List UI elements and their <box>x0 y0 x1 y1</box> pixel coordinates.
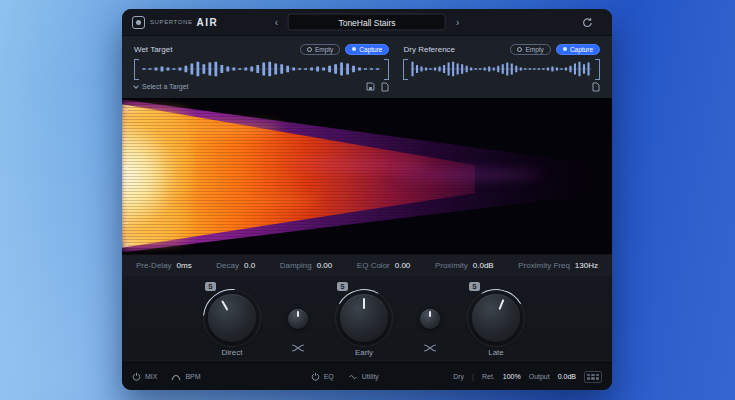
dry-reference-title: Dry Reference <box>403 45 455 54</box>
refresh-icon[interactable] <box>582 17 593 28</box>
select-target-dropdown[interactable]: Select a Target <box>134 83 189 90</box>
param-value[interactable]: 0.00 <box>395 261 411 270</box>
late-knob-unit: S Late <box>461 282 531 357</box>
product-name: AIR <box>197 17 219 28</box>
spectrogram-texture <box>122 98 612 254</box>
dry-toggle[interactable]: Dry <box>453 373 464 380</box>
plugin-window: SUPERTONE AIR ‹ ToneHall Stairs › Wet Ta… <box>122 9 612 390</box>
power-icon <box>311 372 320 381</box>
param-value[interactable]: 0.0 <box>244 261 255 270</box>
direct-knob[interactable] <box>208 294 256 342</box>
power-icon <box>132 372 141 381</box>
brand-logo-icon <box>132 16 145 29</box>
direct-knob-label: Direct <box>222 348 243 357</box>
divider: | <box>472 373 474 380</box>
dry-reference-section: Dry Reference Empty Capture <box>403 43 600 94</box>
wave-icon <box>348 373 358 381</box>
late-solo-button[interactable]: S <box>469 282 480 291</box>
early-knob[interactable] <box>340 294 388 342</box>
eq-button[interactable]: EQ <box>311 372 334 381</box>
wet-capture-button[interactable]: Capture <box>345 44 389 55</box>
param-value[interactable]: 0.00 <box>317 261 333 270</box>
late-knob-label: Late <box>488 348 504 357</box>
output-label: Output <box>529 373 550 380</box>
param-value[interactable]: 0.0dB <box>473 261 494 270</box>
early-late-crossfade-knob[interactable] <box>420 309 440 329</box>
footer-bar: MIX BPM EQ Utility Dry | Ret. <box>122 362 612 390</box>
early-knob-label: Early <box>355 348 373 357</box>
frequency-axis-ticks <box>124 98 130 254</box>
direct-early-crossfade-knob[interactable] <box>288 309 308 329</box>
empty-icon <box>307 47 312 52</box>
return-label: Ret. <box>482 373 495 380</box>
param-proximity-freq: Proximity Freq130Hz <box>518 261 598 270</box>
capture-row: Wet Target Empty Capture Select a Target <box>122 36 612 98</box>
param-damping: Damping0.00 <box>280 261 333 270</box>
preset-prev-button[interactable]: ‹ <box>275 17 278 27</box>
param-value[interactable]: 130Hz <box>575 261 598 270</box>
param-decay: Decay0.0 <box>216 261 255 270</box>
dry-capture-button[interactable]: Capture <box>556 44 600 55</box>
early-late-crossfade-unit <box>415 282 445 356</box>
bracket-left-icon <box>134 59 139 80</box>
param-proximity: Proximity0.0dB <box>435 261 494 270</box>
late-knob[interactable] <box>472 294 520 342</box>
desktop-background: SUPERTONE AIR ‹ ToneHall Stairs › Wet Ta… <box>0 0 735 400</box>
file-icon[interactable] <box>381 82 389 92</box>
early-knob-unit: S Early <box>329 282 399 357</box>
utility-button[interactable]: Utility <box>348 372 379 381</box>
wet-target-title: Wet Target <box>134 45 172 54</box>
param-predelay: Pre-Delay0ms <box>136 261 192 270</box>
wet-empty-button[interactable]: Empty <box>300 44 340 55</box>
record-dot-icon <box>352 47 356 51</box>
curve-icon <box>171 373 181 381</box>
return-value[interactable]: 100% <box>503 373 521 380</box>
early-solo-button[interactable]: S <box>337 282 348 291</box>
bpm-button[interactable]: BPM <box>171 373 200 381</box>
bracket-left-icon <box>403 59 408 80</box>
routing-grid-icon[interactable] <box>584 371 602 383</box>
param-value[interactable]: 0ms <box>177 261 192 270</box>
dry-empty-button[interactable]: Empty <box>510 44 550 55</box>
dry-waveform <box>411 61 592 77</box>
output-value[interactable]: 0.0dB <box>558 373 576 380</box>
bracket-right-icon <box>384 59 389 80</box>
mixer-panel: S Direct S Early <box>122 276 612 362</box>
crossfade-icon <box>423 338 437 356</box>
direct-solo-button[interactable]: S <box>205 282 216 291</box>
wet-target-section: Wet Target Empty Capture Select a Target <box>134 43 389 94</box>
parameter-row: Pre-Delay0ms Decay0.0 Damping0.00 EQ Col… <box>122 254 612 276</box>
save-icon[interactable] <box>366 82 375 91</box>
chevron-down-icon <box>133 83 139 89</box>
file-icon[interactable] <box>592 82 600 92</box>
preset-name[interactable]: ToneHall Stairs <box>288 14 446 31</box>
param-eq-color: EQ Color0.00 <box>357 261 410 270</box>
empty-icon <box>517 47 522 52</box>
wet-waveform <box>142 61 381 77</box>
direct-early-crossfade-unit <box>283 282 313 356</box>
brand-name: SUPERTONE <box>150 19 193 25</box>
title-bar: SUPERTONE AIR ‹ ToneHall Stairs › <box>122 9 612 36</box>
crossfade-icon <box>291 338 305 356</box>
direct-knob-unit: S Direct <box>197 282 267 357</box>
mix-button[interactable]: MIX <box>132 372 157 381</box>
preset-selector: ‹ ToneHall Stairs › <box>275 14 460 31</box>
preset-next-button[interactable]: › <box>456 17 459 27</box>
bracket-right-icon <box>595 59 600 80</box>
record-dot-icon <box>563 47 567 51</box>
reverb-spectrogram-display <box>122 98 612 254</box>
